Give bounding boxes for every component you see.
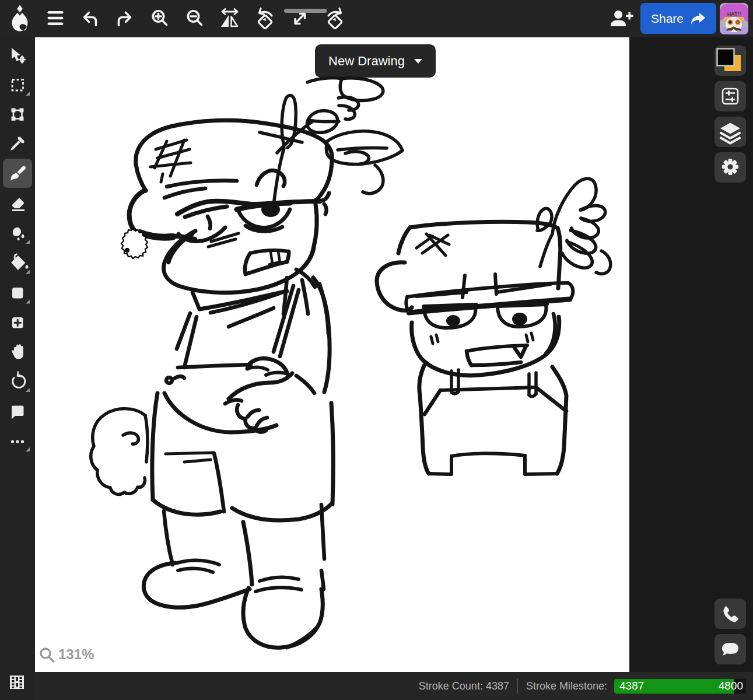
svg-text:HAT!!: HAT!! — [727, 10, 741, 18]
